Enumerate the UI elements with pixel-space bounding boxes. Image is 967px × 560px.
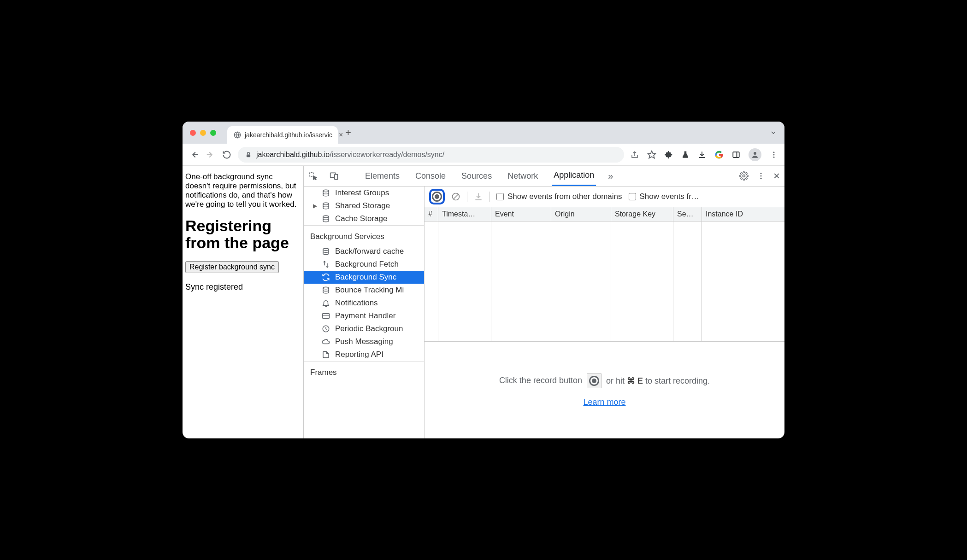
extensions-icon[interactable] bbox=[665, 151, 673, 159]
col-num[interactable]: # bbox=[425, 207, 438, 221]
minimize-window-icon[interactable] bbox=[200, 130, 206, 136]
svg-point-7 bbox=[754, 152, 756, 155]
svg-rect-5 bbox=[733, 152, 739, 158]
flask-icon[interactable] bbox=[681, 151, 690, 159]
record-button[interactable] bbox=[432, 192, 442, 202]
status-text: Sync registered bbox=[185, 282, 298, 292]
sidebar-item-background-sync[interactable]: Background Sync bbox=[304, 271, 424, 284]
devtools-menu-icon[interactable] bbox=[757, 172, 765, 180]
register-sync-button[interactable]: Register background sync bbox=[185, 261, 279, 273]
maximize-window-icon[interactable] bbox=[210, 130, 216, 136]
col-storage-key[interactable]: Storage Key bbox=[611, 207, 673, 221]
download-icon[interactable] bbox=[474, 192, 483, 201]
sidebar-group-background-services: Background Services bbox=[304, 225, 424, 245]
clock-icon bbox=[321, 325, 330, 333]
updown-icon bbox=[321, 260, 330, 268]
close-devtools-icon[interactable]: × bbox=[773, 169, 780, 182]
browser-window: jakearchibald.github.io/isservic × + jak… bbox=[183, 122, 784, 438]
svg-point-10 bbox=[773, 156, 775, 158]
inspect-icon[interactable] bbox=[308, 171, 318, 181]
learn-more-link[interactable]: Learn more bbox=[583, 397, 625, 407]
col-event[interactable]: Event bbox=[491, 207, 551, 221]
db-icon bbox=[321, 286, 330, 294]
sidebar-item-notifications[interactable]: Notifications bbox=[304, 297, 424, 309]
svg-line-27 bbox=[454, 194, 458, 199]
bg-sync-toolbar: Show events from other domains Show even… bbox=[425, 187, 784, 207]
reload-button[interactable] bbox=[222, 150, 231, 159]
col-instance-id[interactable]: Instance ID bbox=[702, 207, 784, 221]
intro-text: One-off background sync doesn't require … bbox=[185, 172, 298, 209]
devtools-tabs: Elements Console Sources Network Applica… bbox=[304, 166, 784, 187]
table-header: # Timesta… Event Origin Storage Key Se… … bbox=[425, 207, 784, 222]
tabs-menu-icon[interactable] bbox=[770, 129, 777, 136]
more-tabs-icon[interactable]: » bbox=[608, 171, 613, 181]
svg-point-17 bbox=[760, 178, 761, 179]
address-bar[interactable]: jakearchibald.github.io/isserviceworkerr… bbox=[238, 147, 624, 163]
tab-network[interactable]: Network bbox=[506, 167, 540, 186]
globe-icon bbox=[234, 131, 241, 139]
new-tab-button[interactable]: + bbox=[345, 127, 351, 139]
svg-point-19 bbox=[323, 203, 329, 205]
show-other-domains-checkbox[interactable]: Show events from other domains bbox=[496, 192, 622, 201]
expand-icon[interactable]: ▶ bbox=[313, 203, 317, 209]
tab-console[interactable]: Console bbox=[413, 167, 448, 186]
show-events-checkbox[interactable]: Show events fr… bbox=[629, 192, 699, 201]
sidebar-item-bfcache[interactable]: Back/forward cache bbox=[304, 245, 424, 258]
table-body bbox=[425, 222, 784, 341]
google-icon[interactable] bbox=[714, 150, 724, 159]
sidebar-item-reporting-api[interactable]: Reporting API bbox=[304, 348, 424, 361]
webpage: One-off background sync doesn't require … bbox=[183, 166, 303, 438]
db-icon bbox=[321, 202, 330, 210]
kebab-menu-icon[interactable] bbox=[770, 151, 778, 159]
col-origin[interactable]: Origin bbox=[551, 207, 611, 221]
url-text: jakearchibald.github.io/isserviceworkerr… bbox=[256, 151, 444, 159]
record-button-highlight bbox=[429, 189, 445, 204]
clear-icon[interactable] bbox=[451, 192, 460, 201]
browser-tab[interactable]: jakearchibald.github.io/isservic × bbox=[227, 126, 338, 144]
col-timestamp[interactable]: Timesta… bbox=[438, 207, 491, 221]
tab-sources[interactable]: Sources bbox=[460, 167, 494, 186]
sidebar-item-shared-storage[interactable]: ▶Shared Storage bbox=[304, 199, 424, 212]
sidebar-item-background-fetch[interactable]: Background Fetch bbox=[304, 258, 424, 271]
sidebar-item-payment-handler[interactable]: Payment Handler bbox=[304, 309, 424, 322]
devtools-main: Show events from other domains Show even… bbox=[425, 187, 784, 438]
empty-state: Click the record button or hit ⌘ E to st… bbox=[425, 342, 784, 438]
events-table: # Timesta… Event Origin Storage Key Se… … bbox=[425, 207, 784, 342]
application-sidebar: Interest Groups ▶Shared Storage Cache St… bbox=[304, 187, 425, 438]
sidebar-item-push-messaging[interactable]: Push Messaging bbox=[304, 335, 424, 348]
content-area: One-off background sync doesn't require … bbox=[183, 166, 784, 438]
devtools-panel: Elements Console Sources Network Applica… bbox=[303, 166, 784, 438]
svg-point-9 bbox=[773, 154, 775, 155]
back-button[interactable] bbox=[189, 150, 199, 160]
device-toggle-icon[interactable] bbox=[330, 171, 339, 181]
svg-point-14 bbox=[743, 175, 745, 177]
side-panel-icon[interactable] bbox=[732, 151, 740, 159]
sidebar-item-periodic-bg[interactable]: Periodic Backgroun bbox=[304, 322, 424, 335]
tab-title: jakearchibald.github.io/isservic bbox=[245, 131, 332, 139]
svg-point-8 bbox=[773, 152, 775, 153]
file-icon bbox=[321, 350, 330, 359]
downloads-icon[interactable] bbox=[698, 151, 706, 159]
forward-button[interactable] bbox=[206, 150, 216, 160]
bookmark-icon[interactable] bbox=[647, 150, 656, 159]
sidebar-item-cache-storage[interactable]: Cache Storage bbox=[304, 212, 424, 225]
settings-icon[interactable] bbox=[739, 171, 749, 181]
svg-point-15 bbox=[760, 173, 761, 174]
col-se[interactable]: Se… bbox=[673, 207, 702, 221]
card-icon bbox=[321, 312, 330, 320]
tab-elements[interactable]: Elements bbox=[363, 167, 401, 186]
close-tab-icon[interactable]: × bbox=[339, 131, 343, 139]
lock-icon bbox=[245, 152, 252, 158]
svg-point-22 bbox=[323, 287, 329, 289]
svg-point-21 bbox=[323, 248, 329, 251]
share-icon[interactable] bbox=[631, 151, 639, 159]
toolbar-right bbox=[631, 148, 778, 161]
sync-icon bbox=[321, 273, 330, 281]
close-window-icon[interactable] bbox=[190, 130, 196, 136]
db-icon bbox=[321, 247, 330, 256]
sidebar-item-interest-groups[interactable]: Interest Groups bbox=[304, 187, 424, 199]
tab-application[interactable]: Application bbox=[552, 166, 596, 186]
record-icon-inline bbox=[587, 373, 601, 388]
sidebar-item-bounce-tracking[interactable]: Bounce Tracking Mi bbox=[304, 284, 424, 297]
profile-avatar[interactable] bbox=[749, 148, 761, 161]
